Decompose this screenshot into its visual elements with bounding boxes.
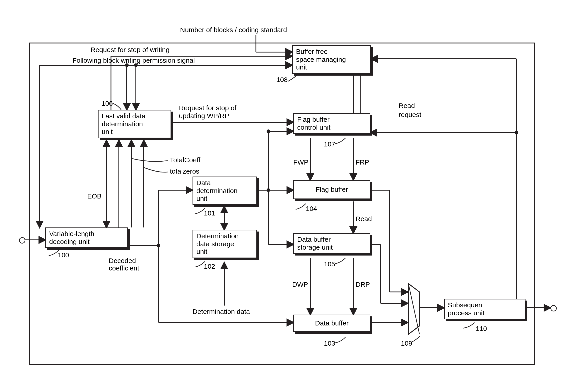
ref-leader-icon: [335, 137, 348, 146]
block-label: Flag buffer: [297, 116, 367, 124]
label-req-wp-rp: Request for stop of updating WP/RP: [179, 104, 260, 120]
label-totalzeros: totalzeros: [170, 168, 199, 175]
label-decoded-coefficient: Decoded coefficient: [109, 257, 154, 272]
block-label: control unit: [297, 124, 367, 132]
block-label: storage unit: [297, 244, 367, 252]
ref-leader-icon: [112, 102, 123, 111]
ref-leader-icon: [288, 75, 299, 84]
block-label: unit: [196, 195, 253, 202]
label-totalcoeff: TotalCoeff: [170, 156, 200, 164]
block-dbuf: Data buffer: [293, 314, 370, 332]
block-label: process unit: [448, 309, 522, 317]
block-ref: 110: [476, 325, 487, 332]
input-port-icon: [19, 237, 25, 244]
label-read-request-2: request: [399, 111, 421, 118]
block-label: data storage: [196, 240, 253, 248]
label-determination-data: Determination data: [192, 308, 250, 316]
block-ref: 105: [324, 260, 335, 268]
ref-leader-icon: [48, 249, 61, 258]
block-label: unit: [102, 128, 167, 136]
label-read-request-1: Read: [399, 102, 415, 110]
block-label: Data buffer: [297, 319, 367, 327]
label-stop-writing: Request for stop of writing: [91, 46, 170, 54]
block-ddet: Data determination unit: [192, 176, 257, 205]
svg-point-47: [157, 244, 160, 248]
label-blocks-coding-standard: Number of blocks / coding standard: [180, 26, 287, 34]
block-fbcu: Flag buffer control unit: [293, 113, 370, 134]
svg-point-27: [266, 188, 270, 192]
label-dwp: DWP: [292, 281, 308, 288]
block-label: Data buffer: [297, 236, 367, 244]
block-bfsmu: Buffer free space managing unit: [292, 45, 371, 74]
ref-leader-icon: [295, 202, 308, 212]
block-label: decoding unit: [49, 238, 124, 246]
label-read: Read: [356, 215, 372, 223]
label-drp: DRP: [356, 281, 370, 288]
block-label: Subsequent: [448, 301, 522, 309]
block-spu: Subsequent process unit: [444, 299, 525, 319]
block-label: Data: [196, 179, 253, 187]
block-dbsu: Data buffer storage unit: [293, 233, 370, 254]
block-ref: 103: [324, 340, 335, 347]
ref-leader-icon: [335, 257, 348, 266]
block-fbuf: Flag buffer: [293, 180, 370, 199]
block-label: determination: [196, 187, 253, 195]
ref-leader-icon: [194, 207, 207, 216]
block-ref: 107: [324, 140, 335, 148]
diagram-canvas: Variable-length decoding unit 100 Last v…: [0, 0, 588, 392]
block-ref: 109: [401, 340, 412, 347]
block-label: determination: [102, 120, 167, 128]
label-frp: FRP: [356, 158, 369, 166]
block-label: Determination: [196, 232, 253, 240]
block-label: unit: [196, 248, 253, 256]
block-label: unit: [296, 63, 367, 71]
block-label: Variable-length: [49, 230, 124, 238]
ref-leader-icon: [462, 322, 476, 330]
label-permission-signal: Following block writing permission signa…: [73, 56, 195, 64]
output-port-icon: [550, 305, 557, 312]
block-dstor: Determination data storage unit: [192, 230, 257, 258]
block-lvdu: Last valid data determination unit: [98, 110, 171, 138]
block-ref: 108: [276, 76, 288, 84]
block-vld: Variable-length decoding unit: [45, 228, 128, 248]
svg-point-32: [266, 130, 270, 133]
label-fwp: FWP: [293, 158, 309, 166]
block-label: Flag buffer: [297, 186, 367, 194]
svg-point-19: [515, 131, 518, 134]
label-eob: EOB: [87, 192, 102, 200]
block-label: Buffer free: [296, 48, 367, 56]
block-ref: 106: [102, 100, 113, 107]
ref-leader-icon: [412, 335, 424, 344]
mux-icon: [408, 283, 420, 336]
block-label: Last valid data: [102, 112, 167, 120]
ref-leader-icon: [194, 260, 207, 269]
block-label: space managing: [296, 56, 367, 64]
ref-leader-icon: [335, 336, 348, 345]
